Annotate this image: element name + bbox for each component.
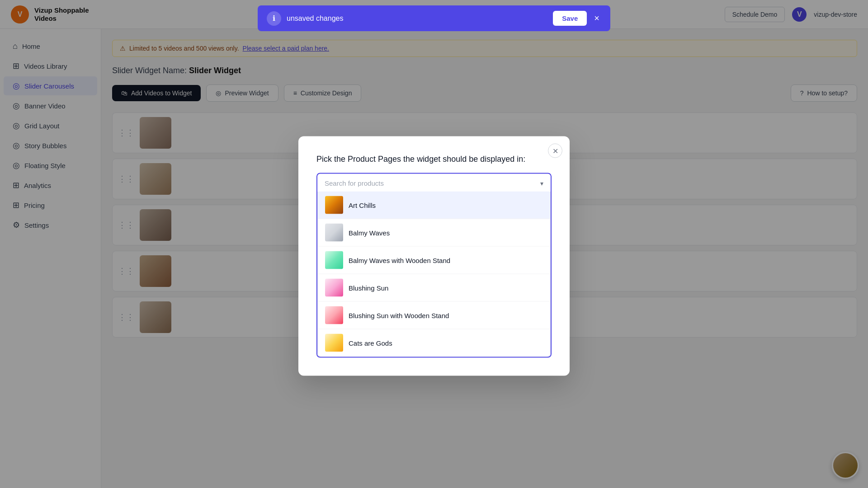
product-pages-modal: ✕ Pick the Product Pages the widget shou… — [298, 136, 570, 376]
modal-close-button[interactable]: ✕ — [548, 144, 562, 158]
product-item-cats-are-gods[interactable]: Cats are Gods — [318, 329, 550, 357]
product-item-balmy-waves[interactable]: Balmy Waves — [318, 219, 550, 247]
product-item-art-chills[interactable]: Art Chills — [318, 192, 550, 219]
product-thumbnail — [325, 334, 343, 352]
notification-text: unsaved changes — [287, 14, 547, 23]
notification-close-button[interactable]: × — [592, 11, 601, 25]
product-item-blushing-sun[interactable]: Blushing Sun — [318, 274, 550, 302]
chevron-down-icon: ▾ — [540, 179, 543, 187]
search-input-row: ▾ — [317, 174, 551, 192]
dropdown-list: Art Chills Balmy Waves Balmy Waves with … — [317, 192, 551, 357]
modal-title: Pick the Product Pages the widget should… — [316, 155, 552, 164]
product-item-balmy-waves-wooden[interactable]: Balmy Waves with Wooden Stand — [318, 247, 550, 274]
product-thumbnail — [325, 224, 343, 242]
product-thumbnail — [325, 279, 343, 297]
product-name: Balmy Waves — [349, 229, 390, 236]
product-name: Blushing Sun — [349, 284, 388, 291]
notification-bar: ℹ unsaved changes Save × — [258, 5, 610, 31]
product-item-blushing-sun-wooden[interactable]: Blushing Sun with Wooden Stand — [318, 302, 550, 329]
search-dropdown: ▾ Art Chills Balmy Waves Balmy Waves wit… — [316, 173, 552, 358]
product-name: Cats are Gods — [349, 339, 392, 347]
product-thumbnail — [325, 196, 343, 214]
search-input[interactable] — [325, 179, 537, 187]
notification-icon: ℹ — [267, 11, 281, 26]
product-thumbnail — [325, 306, 343, 324]
product-name: Balmy Waves with Wooden Stand — [349, 256, 450, 264]
product-name: Art Chills — [349, 201, 376, 209]
notification-save-button[interactable]: Save — [553, 11, 587, 26]
product-name: Blushing Sun with Wooden Stand — [349, 311, 449, 319]
product-thumbnail — [325, 251, 343, 269]
